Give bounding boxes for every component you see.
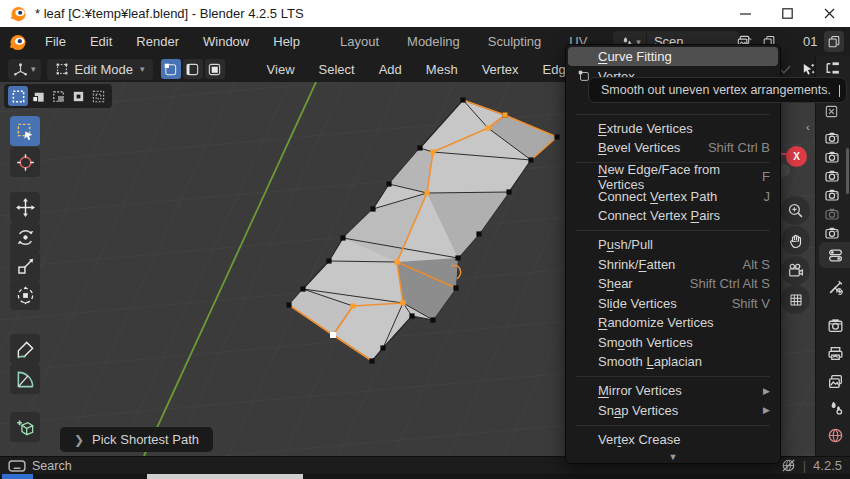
exclude-box-icon[interactable] [824, 104, 839, 119]
menu-item-push-pull[interactable]: Push/Pull [566, 235, 780, 255]
magnifier-plus-icon [787, 202, 804, 219]
menu-separator [566, 226, 780, 236]
menu-file[interactable]: File [33, 34, 78, 49]
properties-tab-tool[interactable] [819, 274, 850, 300]
viewport-menu-select[interactable]: Select [307, 62, 367, 77]
menu-item-randomize-vertices[interactable]: Randomize Vertices [566, 313, 780, 333]
mode-dropdown[interactable]: Edit Mode ▾ [47, 59, 153, 80]
pan-button[interactable] [781, 226, 810, 255]
menu-window[interactable]: Window [191, 34, 261, 49]
menu-render[interactable]: Render [124, 34, 191, 49]
select-extend-button[interactable] [28, 86, 48, 106]
viewport-menu-view[interactable]: View [255, 62, 307, 77]
menu-item-curve-fitting[interactable]: Curve Fitting [568, 47, 778, 66]
close-button[interactable] [808, 0, 850, 27]
scale-tool-button[interactable] [10, 251, 40, 281]
outliner-editor-icon[interactable] [824, 60, 841, 77]
select-intersect-button[interactable] [88, 86, 108, 106]
camera-view-button[interactable] [781, 256, 810, 285]
measure-tool-button[interactable] [10, 364, 40, 394]
title-bar: * leaf [C:¥temp¥leaf.blend] - Blender 4.… [0, 0, 850, 27]
text-cursor [839, 85, 840, 97]
properties-tab-render[interactable] [819, 312, 850, 338]
properties-tab-scene[interactable] [819, 394, 850, 420]
face-select-button[interactable] [205, 59, 225, 79]
outliner-camera-icon[interactable] [824, 187, 840, 203]
menu-item-slide-vertices[interactable]: Slide VerticesShift V [566, 294, 780, 314]
menu-scroll-down-arrow[interactable]: ▼ [566, 449, 780, 464]
outliner-camera-icon[interactable] [824, 206, 840, 222]
move-tool-button[interactable] [10, 192, 40, 222]
cursor-tool-button[interactable] [10, 147, 40, 177]
properties-tab-world[interactable] [819, 422, 850, 448]
zoom-button[interactable] [781, 196, 810, 225]
mesh-select-modes [161, 59, 227, 79]
taskbar-item [2, 474, 33, 479]
menu-item-bevel-vertices[interactable]: Bevel VerticesShift Ctrl B [566, 138, 780, 158]
menu-edit[interactable]: Edit [78, 34, 124, 49]
menu-item-smooth-laplacian[interactable]: Smooth Laplacian [566, 352, 780, 372]
menu-item-snap-vertices[interactable]: Snap Vertices▶ [566, 401, 780, 421]
viewport-menu-add[interactable]: Add [367, 62, 414, 77]
properties-tab-view-layer[interactable] [819, 368, 850, 394]
menu-item-smooth-vertices[interactable]: Smooth Vertices [566, 333, 780, 353]
menu-item-shrink-fatten[interactable]: Shrink/FattenAlt S [566, 255, 780, 275]
outliner-camera-icon[interactable] [824, 149, 840, 165]
menu-separator [566, 109, 780, 119]
ortho-toggle-button[interactable] [781, 285, 810, 314]
menu-item-label: Shrink/Fatten [598, 257, 675, 272]
taskbar-sliver [0, 474, 850, 479]
select-set-button[interactable] [8, 86, 28, 106]
select-tool-options [4, 84, 112, 108]
rotate-tool-button[interactable] [10, 222, 40, 252]
editor-type-button[interactable]: ▾ [8, 59, 41, 80]
chevron-right-icon: ❯ [74, 433, 84, 447]
outliner-scrollbar[interactable] [846, 148, 849, 194]
menu-item-vertex-crease[interactable]: Vertex Crease [566, 430, 780, 450]
tool-hint-label: Pick Shortest Path [92, 432, 199, 447]
menu-item-mirror-vertices[interactable]: Mirror Vertices▶ [566, 381, 780, 401]
menu-item-list: Extrude VerticesBevel VerticesShift Ctrl… [566, 109, 780, 464]
outliner-camera-icon[interactable] [824, 130, 840, 146]
menu-item-shortcut: Shift V [732, 296, 770, 311]
sidebar-collapse-arrow[interactable]: ‹ [806, 121, 810, 133]
menu-help[interactable]: Help [261, 34, 312, 49]
vertex-select-button[interactable] [161, 59, 181, 79]
hand-icon [788, 233, 804, 249]
blender-window: * leaf [C:¥temp¥leaf.blend] - Blender 4.… [0, 0, 850, 479]
properties-tab-properties[interactable] [819, 242, 850, 268]
menu-item-new-edge-face-from-vertices[interactable]: New Edge/Face from VerticesF [566, 167, 780, 187]
edge-select-button[interactable] [183, 59, 203, 79]
viewport-menu-vertex[interactable]: Vertex [470, 62, 531, 77]
select-subtract-button[interactable] [48, 86, 68, 106]
copy-view-layer-button[interactable] [824, 31, 844, 52]
edit-mode-icon [55, 62, 69, 76]
submenu-arrow-icon: ▶ [763, 405, 770, 415]
menu-item-connect-vertex-pairs[interactable]: Connect Vertex Pairs [566, 206, 780, 226]
annotate-tool-button[interactable] [10, 334, 40, 364]
properties-tab-output[interactable] [819, 340, 850, 366]
menu-item-shortcut: Shift Ctrl B [708, 140, 770, 155]
select-invert-button[interactable] [68, 86, 88, 106]
menu-item-label: Connect Vertex Path [598, 189, 717, 204]
transform-tool-button[interactable] [10, 280, 40, 310]
menu-item-label: Randomize Vertices [598, 315, 714, 330]
window-title: * leaf [C:¥temp¥leaf.blend] - Blender 4.… [35, 6, 304, 21]
maximize-button[interactable] [766, 0, 808, 27]
menu-item-extrude-vertices[interactable]: Extrude Vertices [566, 119, 780, 139]
menu-item-label: Extrude Vertices [598, 121, 693, 136]
minimize-button[interactable] [724, 0, 766, 27]
add-cube-tool-button[interactable] [10, 412, 40, 442]
workspace-tab-sculpting[interactable]: Sculpting [474, 34, 555, 49]
outliner-camera-icon[interactable] [824, 168, 840, 184]
x-axis-ball[interactable]: X [786, 146, 807, 167]
select-box-tool-button[interactable] [10, 116, 40, 146]
menu-separator [566, 420, 780, 430]
viewport-menu-mesh[interactable]: Mesh [414, 62, 470, 77]
workspace-tab-modeling[interactable]: Modeling [393, 34, 474, 49]
blender-logo-icon[interactable] [9, 33, 27, 51]
menu-item-shear[interactable]: ShearShift Ctrl Alt S [566, 274, 780, 294]
workspace-tab-layout[interactable]: Layout [326, 34, 393, 49]
cursor-sparkle-icon[interactable] [801, 62, 816, 77]
outliner-camera-icon[interactable] [824, 225, 840, 241]
